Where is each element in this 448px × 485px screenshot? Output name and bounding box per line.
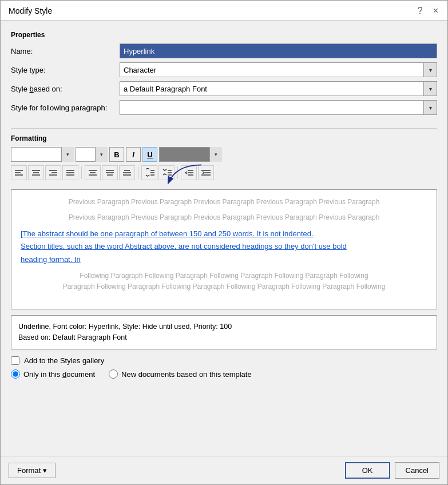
title-controls: ? × bbox=[417, 6, 439, 15]
title-bar: Modify Style ? × bbox=[1, 1, 447, 21]
font-size-select-wrap: ▾ bbox=[76, 147, 108, 162]
formatting-section: Formatting ▾ bbox=[11, 132, 437, 185]
align-center-button[interactable] bbox=[28, 165, 44, 180]
increase-indent-button[interactable] bbox=[198, 165, 214, 180]
style-desc-line2: Based on: Default Paragraph Font bbox=[18, 332, 430, 343]
align-center-icon bbox=[32, 169, 40, 176]
format-button[interactable]: Format ▾ bbox=[9, 463, 55, 478]
name-label: Name: bbox=[11, 47, 120, 55]
format-arrow-icon: ▾ bbox=[43, 466, 47, 475]
line-spacing-down-button[interactable] bbox=[158, 165, 175, 180]
only-this-doc-radio[interactable] bbox=[11, 369, 20, 379]
add-to-gallery-label[interactable]: Add to the Styles gallery bbox=[24, 356, 104, 365]
dialog-body: Properties Name: Style type: Character ▾… bbox=[1, 21, 447, 456]
alignment-toolbar bbox=[11, 165, 437, 180]
add-to-gallery-checkbox[interactable] bbox=[11, 356, 19, 365]
style-following-label: Style for following paragraph: bbox=[11, 104, 120, 112]
new-docs-label: New documents based on this template bbox=[121, 370, 252, 379]
properties-section: Properties Name: Style type: Character ▾… bbox=[11, 29, 437, 119]
align-justify-button[interactable] bbox=[62, 165, 78, 180]
justify-low-icon bbox=[123, 169, 131, 176]
font-family-select-wrap: ▾ bbox=[11, 147, 74, 162]
underline-d: d bbox=[62, 370, 66, 379]
new-docs-radio[interactable] bbox=[109, 369, 118, 379]
bottom-buttons-bar: Format ▾ OK Cancel bbox=[1, 456, 447, 484]
italic-button[interactable]: I bbox=[126, 147, 141, 162]
preview-following-para-2: Paragraph Following Paragraph Following … bbox=[21, 281, 427, 292]
style-description-box: Underline, Font color: Hyperlink, Style:… bbox=[11, 315, 437, 349]
only-this-doc-option: Only in this document bbox=[11, 369, 95, 379]
style-preview: Previous Paragraph Previous Paragraph Pr… bbox=[11, 189, 437, 309]
cancel-button[interactable]: Cancel bbox=[395, 462, 439, 479]
ok-button[interactable]: OK bbox=[345, 462, 390, 479]
line-spacing-down-icon bbox=[161, 168, 172, 177]
formatting-label: Formatting bbox=[11, 134, 437, 142]
preview-main-text: [The abstract should be one paragraph of… bbox=[21, 228, 427, 265]
style-based-select[interactable]: a Default Paragraph Font bbox=[120, 81, 437, 96]
style-type-row: Style type: Character ▾ bbox=[11, 62, 437, 77]
justify-low-button[interactable] bbox=[119, 165, 135, 180]
style-type-label: Style type: bbox=[11, 66, 120, 74]
properties-label: Properties bbox=[11, 31, 437, 39]
add-to-gallery-row: Add to the Styles gallery bbox=[11, 356, 437, 365]
style-type-select[interactable]: Character bbox=[120, 62, 437, 77]
decrease-indent-button[interactable] bbox=[181, 165, 197, 180]
align-left-button[interactable] bbox=[11, 165, 27, 180]
preview-following-para-1: Following Paragraph Following Paragraph … bbox=[21, 271, 427, 281]
ok-cancel-group: OK Cancel bbox=[345, 462, 439, 479]
preview-previous-para-1: Previous Paragraph Previous Paragraph Pr… bbox=[21, 197, 427, 208]
bold-button[interactable]: B bbox=[109, 147, 124, 162]
underline-button[interactable]: U bbox=[142, 147, 157, 162]
font-color-button[interactable] bbox=[159, 147, 222, 162]
font-family-select[interactable] bbox=[11, 147, 74, 162]
modify-style-dialog: Modify Style ? × Properties Name: Style … bbox=[0, 0, 448, 485]
align-right-icon bbox=[49, 169, 57, 176]
align-right-button[interactable] bbox=[45, 165, 61, 180]
name-input[interactable] bbox=[120, 43, 437, 58]
format-label: Format bbox=[17, 466, 41, 475]
dialog-title: Modify Style bbox=[9, 6, 52, 15]
line-spacing-up-button[interactable] bbox=[141, 165, 157, 180]
style-following-select[interactable] bbox=[120, 100, 437, 115]
style-based-label: Style based on: bbox=[11, 85, 120, 93]
style-based-row: Style based on: a Default Paragraph Font… bbox=[11, 81, 437, 96]
align-separator-3 bbox=[177, 166, 178, 179]
align-justify-icon bbox=[66, 169, 74, 176]
justify-thai-icon bbox=[106, 169, 114, 176]
preview-main-line2: Section titles, such as the word Abstrac… bbox=[21, 242, 347, 251]
align-separator-2 bbox=[138, 166, 138, 179]
preview-main-line1: [The abstract should be one paragraph of… bbox=[21, 229, 314, 238]
justify-distribute-button[interactable] bbox=[85, 165, 101, 180]
decrease-indent-icon bbox=[184, 169, 193, 176]
scope-radio-row: Only in this document New documents base… bbox=[11, 369, 437, 379]
align-separator-1 bbox=[81, 166, 82, 179]
line-spacing-up-icon bbox=[144, 168, 154, 177]
close-button[interactable]: × bbox=[432, 6, 439, 15]
only-this-doc-label: Only in this document bbox=[23, 370, 95, 379]
font-color-wrap: ▾ bbox=[159, 147, 222, 162]
justify-distribute-icon bbox=[89, 169, 97, 176]
style-based-select-wrapper: a Default Paragraph Font ▾ bbox=[120, 81, 437, 96]
preview-main-line3: heading format. In bbox=[21, 255, 81, 264]
justify-thai-button[interactable] bbox=[102, 165, 118, 180]
increase-indent-icon bbox=[201, 169, 211, 176]
color-swatch bbox=[163, 150, 209, 158]
preview-previous-para-2: Previous Paragraph Previous Paragraph Pr… bbox=[21, 212, 427, 223]
underline-icon: U bbox=[147, 150, 152, 159]
new-docs-option: New documents based on this template bbox=[109, 369, 252, 379]
align-left-icon bbox=[15, 169, 23, 176]
style-following-select-wrapper: ▾ bbox=[120, 100, 437, 115]
font-size-select[interactable] bbox=[76, 147, 108, 162]
style-desc-line1: Underline, Font color: Hyperlink, Style:… bbox=[18, 321, 430, 332]
name-row: Name: bbox=[11, 43, 437, 58]
help-button[interactable]: ? bbox=[417, 6, 424, 15]
formatting-toolbar: ▾ ▾ B I U ▾ bbox=[11, 147, 437, 162]
style-type-select-wrapper: Character ▾ bbox=[120, 62, 437, 77]
properties-separator bbox=[11, 128, 437, 129]
style-following-row: Style for following paragraph: ▾ bbox=[11, 100, 437, 115]
